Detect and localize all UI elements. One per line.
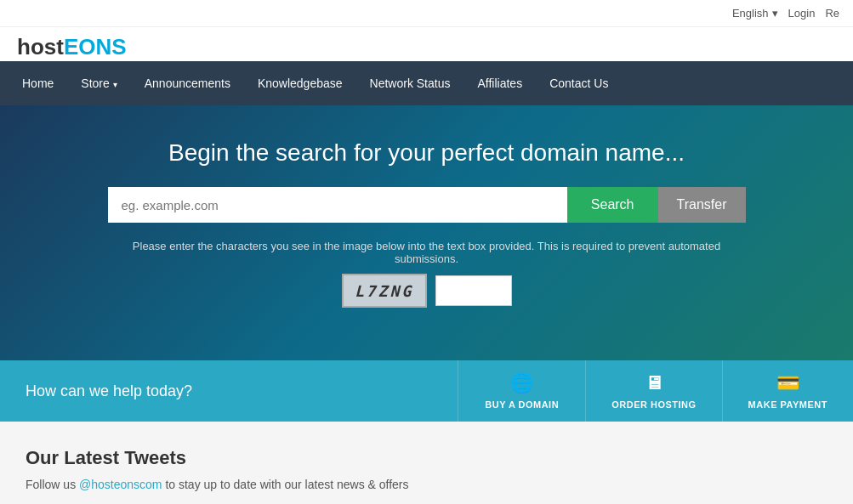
buy-domain-icon: 🌐	[510, 372, 534, 394]
register-link[interactable]: Re	[825, 7, 839, 20]
main-nav: Home Store ▾ Announcements Knowledgebase…	[0, 61, 853, 105]
logo-bar: hostEONS	[0, 27, 853, 61]
buy-domain-label: BUY A DOMAIN	[485, 399, 559, 410]
help-text: How can we help today?	[0, 360, 458, 422]
top-bar: English ▾ Login Re	[0, 0, 853, 27]
captcha-input[interactable]	[435, 275, 512, 306]
tweets-follow-text: Follow us @hosteonscom to stay up to dat…	[26, 478, 827, 491]
language-arrow: ▾	[772, 7, 778, 20]
nav-affiliates[interactable]: Affiliates	[463, 61, 536, 105]
order-hosting-icon: 🖥	[645, 372, 664, 394]
hero-section: Begin the search for your perfect domain…	[0, 105, 853, 360]
captcha-notice-text: Please enter the characters you see in t…	[133, 240, 720, 265]
make-payment-action[interactable]: 💳 MAKE PAYMENT	[722, 360, 853, 422]
search-button[interactable]: Search	[567, 187, 658, 223]
store-arrow: ▾	[113, 80, 117, 89]
hero-title: Begin the search for your perfect domain…	[17, 139, 836, 167]
order-hosting-label: ORDER HOSTING	[611, 399, 696, 410]
tweets-section: Our Latest Tweets Follow us @hosteonscom…	[0, 422, 853, 504]
captcha-row: L7ZNG	[129, 274, 725, 308]
order-hosting-action[interactable]: 🖥 ORDER HOSTING	[585, 360, 721, 422]
domain-search-input[interactable]	[108, 187, 567, 223]
make-payment-label: MAKE PAYMENT	[748, 399, 827, 410]
nav-knowledgebase[interactable]: Knowledgebase	[244, 61, 356, 105]
help-actions: 🌐 BUY A DOMAIN 🖥 ORDER HOSTING 💳 MAKE PA…	[458, 360, 853, 422]
transfer-button[interactable]: Transfer	[658, 187, 746, 223]
language-label: English	[732, 7, 769, 20]
captcha-notice: Please enter the characters you see in t…	[129, 240, 725, 308]
captcha-image: L7ZNG	[342, 274, 427, 308]
make-payment-icon: 💳	[776, 372, 800, 394]
logo-eons: EONS	[64, 34, 127, 59]
captcha-text: L7ZNG	[355, 282, 413, 300]
buy-domain-action[interactable]: 🌐 BUY A DOMAIN	[458, 360, 585, 422]
help-bar: How can we help today? 🌐 BUY A DOMAIN 🖥 …	[0, 360, 853, 422]
language-selector[interactable]: English ▾	[732, 7, 778, 20]
nav-store[interactable]: Store ▾	[67, 61, 130, 105]
tweets-handle[interactable]: @hosteonscom	[79, 478, 162, 491]
tweets-title: Our Latest Tweets	[26, 447, 827, 469]
nav-network-status[interactable]: Network Status	[356, 61, 464, 105]
domain-search-row: Search Transfer	[108, 187, 746, 223]
nav-announcements[interactable]: Announcements	[131, 61, 244, 105]
nav-contact[interactable]: Contact Us	[536, 61, 622, 105]
login-link[interactable]: Login	[788, 7, 816, 20]
nav-home[interactable]: Home	[9, 61, 67, 105]
follow-suffix: to stay up to date with our latest news …	[162, 478, 409, 491]
logo[interactable]: hostEONS	[17, 36, 127, 58]
follow-prefix: Follow us	[26, 478, 79, 491]
logo-host: host	[17, 34, 64, 59]
